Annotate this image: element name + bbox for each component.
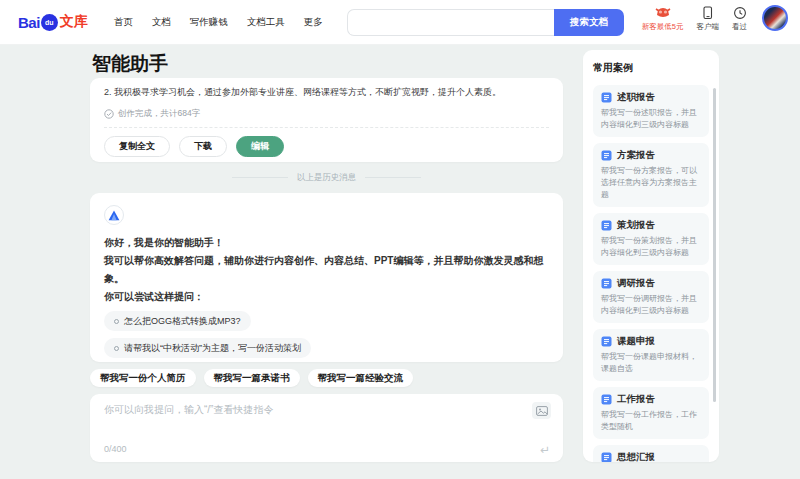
nav-item[interactable]: 首页 [114, 16, 133, 29]
bullet-icon [114, 346, 119, 351]
quick-prompt-chip[interactable]: 帮我写一篇承诺书 [204, 369, 300, 387]
assistant-intro: 我可以帮你高效解答问题，辅助你进行内容创作、内容总结、PPT编辑等，并且帮助你激… [104, 252, 549, 288]
app: Bai du 文库 首页文档写作赚钱文档工具更多 搜索文档 新客最低5元 [0, 0, 800, 479]
document-icon [601, 150, 612, 161]
search-bar: 搜索文档 [347, 9, 624, 36]
composer: 0/400 ↵ [90, 394, 563, 462]
case-description: 帮我写一份调研报告，并且内容细化到三级内容标题 [601, 293, 701, 317]
case-card[interactable]: 工作报告 帮我写一份工作报告，工作类型随机 [593, 387, 709, 439]
divider-line [365, 177, 421, 178]
divider-line [104, 127, 549, 128]
quick-prompt-chips: 帮我写一份个人简历帮我写一篇承诺书帮我写一篇经验交流 [90, 369, 563, 387]
history-text: 2. 我积极寻求学习机会，通过参加外部专业讲座、网络课程等方式，不断扩宽视野，提… [104, 85, 549, 99]
message-input[interactable] [104, 403, 519, 437]
history-divider: 以上是历史消息 [90, 171, 563, 184]
document-icon [601, 92, 612, 103]
case-title: 述职报告 [617, 91, 655, 104]
case-header: 调研报告 [601, 277, 701, 290]
assistant-avatar-icon [104, 205, 124, 225]
case-title: 策划报告 [617, 219, 655, 232]
edit-button[interactable]: 编辑 [236, 136, 284, 157]
document-icon [601, 452, 612, 462]
suggested-question-label: 怎么把OGG格式转换成MP3? [124, 315, 241, 328]
assistant-hint: 你可以尝试这样提问： [104, 288, 549, 306]
case-card[interactable]: 述职报告 帮我写一份述职报告，并且内容细化到三级内容标题 [593, 85, 709, 137]
logo-text-bai: Bai [18, 14, 40, 31]
common-cases-panel: 常用案例 述职报告 帮我写一份述职报告，并且内容细化到三级内容标题 [583, 50, 719, 462]
case-description: 帮我写一份方案报告，可以选择任意内容为方案报告主题 [601, 165, 701, 201]
client-app-link[interactable]: 客户端 [697, 3, 720, 32]
case-card[interactable]: 课题申报 帮我写一份课题申报材料，课题自选 [593, 329, 709, 381]
user-avatar[interactable] [762, 5, 788, 31]
quick-prompt-chip[interactable]: 帮我写一份个人简历 [90, 369, 196, 387]
divider-line [232, 177, 288, 178]
case-card[interactable]: 方案报告 帮我写一份方案报告，可以选择任意内容为方案报告主题 [593, 143, 709, 207]
case-header: 方案报告 [601, 149, 701, 162]
case-description: 帮我写一份述职报告，并且内容细化到三级内容标题 [601, 107, 701, 131]
promo-label: 新客最低5元 [642, 22, 684, 32]
case-description: 帮我写一份策划报告，并且内容细化到三级内容标题 [601, 235, 701, 259]
chat-column: 智能助手 2. 我积极寻求学习机会，通过参加外部专业讲座、网络课程等方式，不断扩… [90, 45, 563, 462]
baidu-paw-icon: du [41, 14, 58, 31]
case-card[interactable]: 思想汇报 帮我写一份思想汇报 [593, 445, 709, 462]
nav-item[interactable]: 文档 [152, 16, 171, 29]
case-description: 帮我写一份课题申报材料，课题自选 [601, 351, 701, 375]
case-title: 方案报告 [617, 149, 655, 162]
picture-icon [536, 406, 548, 416]
char-counter: 0/400 [104, 444, 127, 454]
case-title: 工作报告 [617, 393, 655, 406]
client-label: 客户端 [697, 22, 720, 32]
main-nav: 首页文档写作赚钱文档工具更多 [114, 16, 323, 29]
nav-item[interactable]: 更多 [304, 16, 323, 29]
suggested-question-label: 请帮我以“中秋活动”为主题，写一份活动策划 [124, 342, 301, 355]
image-upload-button[interactable] [532, 402, 551, 419]
case-title: 思想汇报 [617, 451, 655, 462]
case-header: 课题申报 [601, 335, 701, 348]
clock-icon [733, 6, 747, 20]
case-card[interactable]: 调研报告 帮我写一份调研报告，并且内容细化到三级内容标题 [593, 271, 709, 323]
check-circle-icon [104, 109, 114, 119]
download-button[interactable]: 下载 [179, 136, 227, 157]
phone-icon [701, 6, 714, 20]
top-navbar: Bai du 文库 首页文档写作赚钱文档工具更多 搜索文档 新客最低5元 [0, 0, 800, 45]
case-header: 述职报告 [601, 91, 701, 104]
document-icon [601, 220, 612, 231]
logo-text-wenku: 文库 [60, 13, 88, 31]
viewed-label: 看过 [732, 22, 747, 32]
assistant-message-card: 你好，我是你的智能助手！ 我可以帮你高效解答问题，辅助你进行内容创作、内容总结、… [90, 193, 563, 362]
nav-item[interactable]: 写作赚钱 [190, 16, 228, 29]
case-list: 述职报告 帮我写一份述职报告，并且内容细化到三级内容标题 方案报告 [593, 85, 709, 462]
nav-utilities: 新客最低5元 客户端 看过 [642, 3, 788, 32]
creation-status: 创作完成，共计684字 [104, 108, 549, 120]
search-input[interactable] [347, 9, 554, 36]
enter-key-icon: ↵ [540, 443, 550, 457]
logo-text-du: du [45, 19, 54, 26]
suggested-question[interactable]: 请帮我以“中秋活动”为主题，写一份活动策划 [104, 338, 311, 358]
history-message-card: 2. 我积极寻求学习机会，通过参加外部专业讲座、网络课程等方式，不断扩宽视野，提… [90, 78, 563, 162]
new-user-promo-link[interactable]: 新客最低5元 [642, 3, 684, 32]
bullet-icon [114, 319, 119, 324]
baidu-wenku-logo[interactable]: Bai du 文库 [18, 13, 88, 31]
nav-item[interactable]: 文档工具 [247, 16, 285, 29]
sidebar-scrollbar[interactable] [713, 88, 716, 402]
document-icon [601, 394, 612, 405]
case-header: 策划报告 [601, 219, 701, 232]
document-icon [601, 336, 612, 347]
suggested-question[interactable]: 怎么把OGG格式转换成MP3? [104, 311, 251, 331]
case-title: 调研报告 [617, 277, 655, 290]
case-description: 帮我写一份工作报告，工作类型随机 [601, 409, 701, 433]
quick-prompt-chip[interactable]: 帮我写一篇经验交流 [308, 369, 414, 387]
case-card[interactable]: 策划报告 帮我写一份策划报告，并且内容细化到三级内容标题 [593, 213, 709, 265]
document-icon [601, 278, 612, 289]
copy-all-button[interactable]: 复制全文 [104, 136, 170, 157]
sidebar-title: 常用案例 [593, 61, 709, 75]
history-divider-label: 以上是历史消息 [297, 172, 357, 184]
search-button[interactable]: 搜索文档 [554, 9, 624, 36]
case-header: 工作报告 [601, 393, 701, 406]
action-buttons: 复制全文 下载 编辑 [104, 136, 549, 157]
suggested-questions: 怎么把OGG格式转换成MP3? 请帮我以“中秋活动”为主题，写一份活动策划 请辅… [104, 311, 549, 362]
status-text: 创作完成，共计684字 [118, 108, 200, 120]
promo-mascot-icon [655, 6, 671, 20]
case-header: 思想汇报 [601, 451, 701, 462]
viewed-history-link[interactable]: 看过 [732, 3, 747, 32]
